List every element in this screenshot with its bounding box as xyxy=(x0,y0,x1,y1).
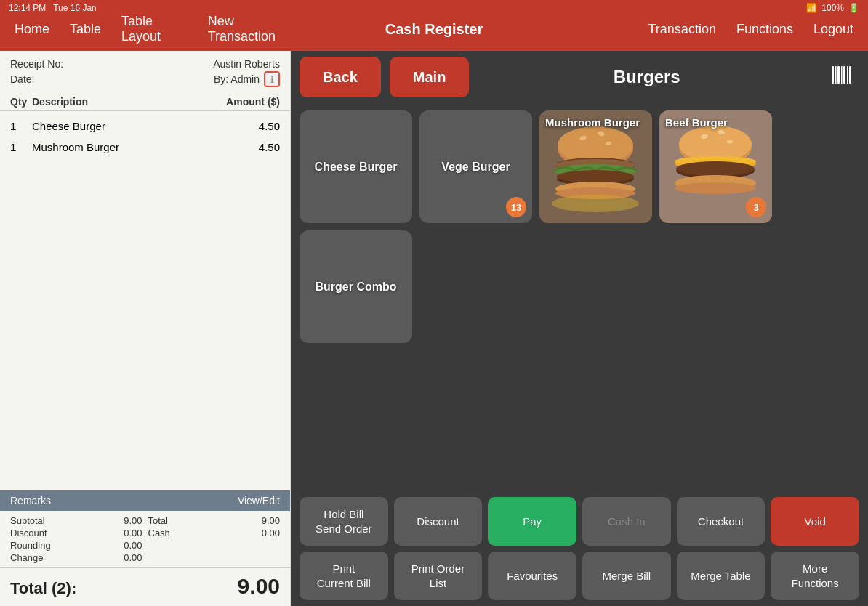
checkout-button[interactable]: Checkout xyxy=(677,497,765,546)
receipt-panel: Receipt No: Austin Roberts Date: By: Adm… xyxy=(0,51,291,606)
status-bar: 📶 100% 🔋 xyxy=(806,3,859,13)
menu-item-burger-combo[interactable]: Burger Combo xyxy=(300,230,412,343)
cash-in-button[interactable]: Cash In xyxy=(582,497,671,546)
totals-grid: Subtotal 9.00 Total 9.00 Discount 0.00 C… xyxy=(0,511,290,567)
receipt-footer: Remarks View/Edit Subtotal 9.00 Total 9.… xyxy=(0,490,290,606)
menu-item-cheese-burger[interactable]: Cheese Burger xyxy=(300,110,412,223)
svg-point-20 xyxy=(552,195,639,212)
receipt-items: 1 Cheese Burger 4.50 1 Mushroom Burger 4… xyxy=(0,111,290,490)
merge-table-button[interactable]: Merge Table xyxy=(677,552,765,600)
svg-rect-0 xyxy=(832,66,834,84)
merge-bill-button[interactable]: Merge Bill xyxy=(582,552,671,600)
table-row[interactable]: 1 Cheese Burger 4.50 xyxy=(0,116,290,137)
mushroom-burger-label: Mushroom Burger xyxy=(545,116,646,129)
nav-functions[interactable]: Functions xyxy=(736,22,793,37)
svg-point-26 xyxy=(727,140,733,144)
more-functions-button[interactable]: More Functions xyxy=(771,552,859,600)
discount-button[interactable]: Discount xyxy=(394,497,483,546)
print-current-bill-button[interactable]: Print Current Bill xyxy=(300,552,388,600)
receipt-header: Receipt No: Austin Roberts Date: By: Adm… xyxy=(0,51,290,93)
grand-total-row: Total (2): 9.00 xyxy=(0,567,290,606)
pay-button[interactable]: Pay xyxy=(488,497,576,546)
wifi-icon: 📶 xyxy=(806,3,817,13)
svg-rect-2 xyxy=(837,66,840,84)
top-bar: Back Main Burgers xyxy=(291,51,868,103)
category-title: Burgers xyxy=(478,67,816,87)
action-bar-row2: Print Current Bill Print Order List Favo… xyxy=(291,552,868,606)
nav-new-transaction[interactable]: New Transaction xyxy=(208,14,294,44)
info-icon-button[interactable]: ℹ xyxy=(264,71,280,87)
nav-table[interactable]: Table xyxy=(70,22,101,37)
back-button[interactable]: Back xyxy=(300,57,381,97)
barcode-scan-icon[interactable] xyxy=(824,57,859,97)
receipt-date-label: Date: xyxy=(10,73,34,85)
favourites-button[interactable]: Favourites xyxy=(488,552,576,600)
menu-item-vege-burger[interactable]: Vege Burger 13 xyxy=(419,110,532,223)
action-bar-row1: Hold Bill Send Order Discount Pay Cash I… xyxy=(291,491,868,552)
app-title: Cash Register xyxy=(294,21,574,38)
menu-grid: Cheese Burger Vege Burger 13 xyxy=(291,103,868,491)
svg-rect-4 xyxy=(843,66,845,84)
svg-rect-6 xyxy=(849,66,851,84)
hold-bill-button[interactable]: Hold Bill Send Order xyxy=(300,497,388,546)
receipt-admin: By: Admin ℹ xyxy=(214,71,280,87)
menu-item-beef-burger[interactable]: Beef Burger 3 xyxy=(659,110,772,223)
svg-point-32 xyxy=(675,182,756,194)
main-layout: Receipt No: Austin Roberts Date: By: Adm… xyxy=(0,51,868,606)
vege-burger-badge: 13 xyxy=(506,197,526,217)
print-order-list-button[interactable]: Print Order List xyxy=(394,552,483,600)
nav-transaction[interactable]: Transaction xyxy=(648,22,716,37)
nav-home[interactable]: Home xyxy=(15,22,49,37)
receipt-table-header: Qty Description Amount ($) xyxy=(0,93,290,111)
header: 12:14 PM Tue 16 Jan 📶 100% 🔋 Home Table … xyxy=(0,0,868,51)
beef-burger-badge: 3 xyxy=(746,197,766,217)
nav-table-layout[interactable]: Table Layout xyxy=(121,14,188,44)
right-panel: Back Main Burgers Cheese Burger xyxy=(291,51,868,606)
svg-point-17 xyxy=(557,170,634,183)
table-row[interactable]: 1 Mushroom Burger 4.50 xyxy=(0,137,290,158)
menu-item-mushroom-burger[interactable]: Mushroom Burger xyxy=(539,110,652,223)
time-display: 12:14 PM Tue 16 Jan xyxy=(9,3,97,13)
remarks-bar: Remarks View/Edit xyxy=(0,490,290,511)
main-button[interactable]: Main xyxy=(390,57,470,97)
receipt-no-label: Receipt No: xyxy=(10,58,63,70)
svg-rect-1 xyxy=(835,66,837,84)
beef-burger-label: Beef Burger xyxy=(665,116,766,129)
svg-rect-5 xyxy=(847,66,848,84)
void-button[interactable]: Void xyxy=(771,497,859,546)
svg-rect-3 xyxy=(841,66,843,84)
battery-icon: 🔋 xyxy=(848,3,859,13)
svg-point-30 xyxy=(676,161,755,176)
nav-logout[interactable]: Logout xyxy=(813,22,853,37)
receipt-customer: Austin Roberts xyxy=(213,58,280,70)
